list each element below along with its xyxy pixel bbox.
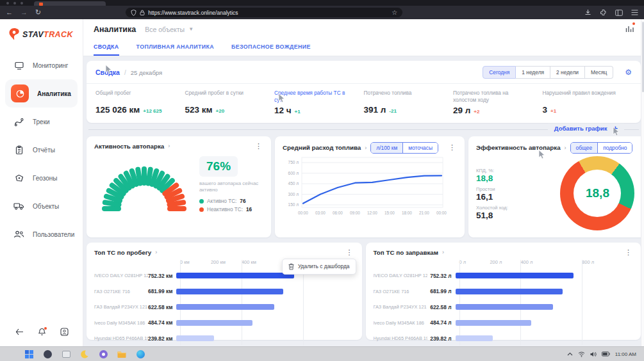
add-chart-button[interactable]: Добавить график+ [548,124,624,133]
menu-icon[interactable] [631,10,638,15]
tab-0[interactable]: СВОДКА [94,39,119,56]
bar[interactable] [176,335,214,341]
bar[interactable] [176,273,294,278]
forward-icon[interactable]: → [21,9,28,16]
scrollbar[interactable] [641,19,644,346]
notifications-bell-icon[interactable] [38,328,46,336]
efficiency-mode-button[interactable]: общее [571,143,598,153]
bar[interactable] [456,289,563,294]
svg-text:18:00: 18:00 [402,211,412,215]
card-title[interactable]: Эффективность автопарка [476,144,561,151]
bookmark-star-icon[interactable]: ☆ [392,9,397,16]
summary-card: Сводка / 25 декабря Сегодня1 неделя2 нед… [87,61,641,123]
avg-fuel-card: Средний расход топлива › л/100 кммоточас… [275,136,465,237]
efficiency-mode-button[interactable]: подробно [597,143,632,153]
card-title[interactable]: Топ ТС по пробегу [94,249,151,256]
wifi-icon[interactable] [578,351,585,357]
profile-icon[interactable] [60,328,69,336]
sidebar-bottom [0,328,83,346]
kebab-menu-icon[interactable]: ⋮ [345,248,354,257]
range-button[interactable]: Месяц [585,66,613,79]
vehicle-value: 484.74 л [427,319,456,326]
donut-center-value: 18,8 [574,170,621,217]
range-button[interactable]: Сегодня [483,66,516,79]
sidebar-item-reports[interactable]: Отчёты [0,136,83,164]
kebab-menu-icon[interactable]: ⋮ [254,142,263,150]
svg-text:09:00: 09:00 [350,211,360,215]
collapse-sidebar-icon[interactable] [15,328,24,335]
bar[interactable] [176,289,283,294]
chevron-right-icon: › [155,249,157,255]
clock: 11:00 AM [615,351,636,357]
bar-row: ГАЗ О271КЕ 716 681.99 л [374,284,634,300]
extensions-icon[interactable] [600,9,607,16]
sidebar-item-monitor[interactable]: Мониторинг [0,51,83,79]
sidebar-item-objects[interactable]: Объекты [0,192,83,220]
bar[interactable] [176,304,274,310]
bar[interactable] [456,320,532,326]
settings-gear-icon[interactable]: ⚙ [625,68,632,77]
battery-icon[interactable] [602,351,610,357]
url-text: https://www.stavtrack.online/analytics [148,10,388,16]
taskbar-app-purple[interactable] [99,349,108,358]
objects-filter-dropdown[interactable]: Все объекты▼ [145,26,194,33]
address-bar[interactable]: https://www.stavtrack.online/analytics ☆ [126,8,402,17]
report-notification-icon[interactable] [625,24,634,35]
chevron-right-icon: › [365,145,367,151]
tab-2[interactable]: БЕЗОПАСНОЕ ВОЖДЕНИЕ [231,39,311,56]
stavtrack-logo[interactable]: STAVTRACK [0,19,83,41]
bar-row: ГАЗ Валдай Р234УХ 121 622.58 л [374,300,634,316]
back-icon[interactable]: ← [6,9,13,16]
sidebar-item-label: Отчёты [33,147,55,154]
stat-label: Средний пробег в сутки [185,90,261,103]
tab-favicon [39,3,43,6]
bar[interactable] [456,335,493,341]
efficiency-stats: КПД, %: 18,8Простои 16,1Холостой ход: 51… [476,164,529,220]
efficiency-stat-label: Холостой ход: [476,205,529,211]
card-title[interactable]: Топ ТС по заправкам [374,249,439,256]
range-button[interactable]: 2 недели [550,66,585,79]
activity-percent: 76% [199,156,238,177]
vehicle-value: 752.32 км [148,273,176,279]
logo-pin-icon [8,28,21,41]
sidebar-item-users[interactable]: Пользователи [0,220,83,248]
browser-tab[interactable] [34,1,106,6]
reload-icon[interactable]: ↻ [35,9,41,16]
sidebar-item-geozones[interactable]: Геозоны [0,164,83,192]
card-title[interactable]: Средний расход топлива [283,144,361,151]
fuel-unit-button[interactable]: л/100 км [371,143,402,153]
tray-expand-icon[interactable] [567,352,573,356]
bar[interactable] [456,304,554,310]
svg-text:750 л: 750 л [288,160,299,164]
kebab-menu-icon[interactable]: ⋮ [623,248,633,257]
stat-delta: +2 [474,109,479,115]
taskbar-app-edge[interactable] [136,349,145,358]
range-button[interactable]: 1 неделя [516,66,550,79]
taskbar-app-window[interactable] [62,349,70,358]
sidebar-item-tracks[interactable]: Треки [0,108,83,136]
sidebar-toggle-icon[interactable] [615,10,623,16]
kebab-menu-icon[interactable]: ⋮ [447,143,457,152]
stat-label[interactable]: Среднее время работы ТС в сут. [274,90,350,104]
tab-1[interactable]: ТОПЛИВНАЯ АНАЛИТИКА [136,39,214,56]
sidebar-item-analytics[interactable]: Аналитика [5,79,78,108]
summary-title-link[interactable]: Сводка [95,68,120,76]
svg-text:06:00: 06:00 [333,211,343,215]
taskbar-app-moon[interactable] [80,349,89,358]
summary-stat: Общий пробег 125 026 км+12 625 [95,90,185,115]
taskbar-app-dark-circle[interactable] [43,349,52,358]
download-icon[interactable] [584,9,591,16]
svg-text:03:00: 03:00 [315,211,326,215]
bar[interactable] [456,273,574,278]
delete-from-dashboard-menu-item[interactable]: Удалить с дашборда [282,259,356,275]
vehicle-name: IVECO DAILY О281НР 126 [94,273,148,278]
vehicle-value: 752.32 л [427,273,456,279]
volume-icon[interactable] [590,351,597,357]
card-title[interactable]: Активность автопарка [94,143,164,150]
window-controls[interactable] [6,2,23,4]
summary-stat: Средний пробег в сутки 523 км+20 [185,90,275,115]
fuel-unit-button[interactable]: моточасы [402,143,438,153]
taskbar-app-folder[interactable] [117,349,126,358]
start-button[interactable] [24,349,33,358]
bar[interactable] [176,320,252,326]
